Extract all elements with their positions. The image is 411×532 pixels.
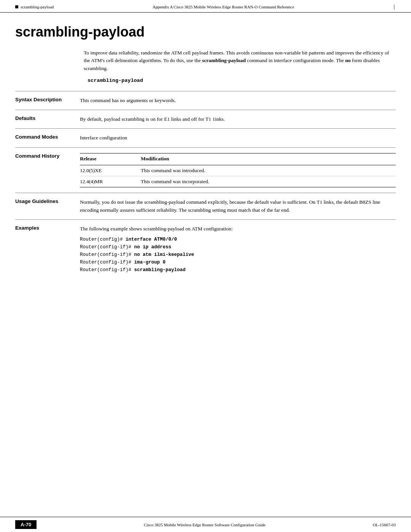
- defaults-row: Defaults By default, payload scrambling …: [15, 110, 396, 128]
- table-row: 12.4(4)MRThis command was incorporated.: [80, 176, 396, 187]
- syntax-description-label: Syntax Description: [15, 97, 80, 102]
- history-table: Release Modification 12.0(5)XEThis comma…: [80, 153, 396, 188]
- intro-section: To improve data reliability, randomize t…: [84, 49, 396, 83]
- modification-cell: This command was introduced.: [141, 165, 396, 176]
- code-line: Router(config-if)# ima-group 0: [80, 259, 396, 266]
- col-header-modification: Modification: [141, 153, 396, 165]
- modification-cell: This command was incorporated.: [141, 176, 396, 187]
- examples-row: Examples The following example shows scr…: [15, 219, 396, 279]
- examples-intro: The following example shows scrambling-p…: [80, 225, 396, 233]
- command-modes-label: Command Modes: [15, 134, 80, 140]
- usage-guidelines-label: Usage Guidelines: [15, 198, 80, 204]
- header-center: Appendix A Cisco 3825 Mobile Wireless Ed…: [153, 5, 294, 9]
- command-modes-row: Command Modes Interface configuration: [15, 128, 396, 147]
- page-header: scrambling-payload Appendix A Cisco 3825…: [0, 0, 411, 13]
- examples-label: Examples: [15, 225, 80, 231]
- table-row: 12.0(5)XEThis command was introduced.: [80, 165, 396, 176]
- page-content: scrambling-payload To improve data relia…: [0, 13, 411, 302]
- code-line: Router(config-if)# scrambling-payload: [80, 266, 396, 274]
- footer-center-text: Cisco 3825 Mobile Wireless Edge Router S…: [144, 522, 266, 527]
- header-breadcrumb: scrambling-payload: [21, 5, 54, 9]
- command-history-content: Release Modification 12.0(5)XEThis comma…: [80, 153, 396, 188]
- release-cell: 12.4(4)MR: [80, 176, 141, 187]
- code-line: Router(config-if)# no ip address: [80, 243, 396, 251]
- page-title: scrambling-payload: [15, 24, 396, 40]
- defaults-content: By default, payload scrambling is on for…: [80, 115, 396, 123]
- footer-right-text: OL-15667-03: [373, 522, 396, 527]
- command-history-label: Command History: [15, 153, 80, 159]
- usage-guidelines-content: Normally, you do not issue the scramblin…: [80, 198, 396, 214]
- release-cell: 12.0(5)XE: [80, 165, 141, 176]
- usage-guidelines-row: Usage Guidelines Normally, you do not is…: [15, 193, 396, 219]
- col-header-release: Release: [80, 153, 141, 165]
- intro-paragraph: To improve data reliability, randomize t…: [84, 49, 396, 72]
- code-line: Router(config-if)# no atm ilmi-keepalive: [80, 251, 396, 259]
- syntax-description-row: Syntax Description This command has no a…: [15, 91, 396, 110]
- header-left: scrambling-payload: [15, 5, 54, 9]
- footer-page-number: A-70: [15, 520, 37, 529]
- code-line: Router(config)# interface ATM0/0/0: [80, 236, 396, 243]
- code-block: Router(config)# interface ATM0/0/0Router…: [80, 236, 396, 274]
- syntax-description-content: This command has no arguments or keyword…: [80, 97, 396, 104]
- defaults-label: Defaults: [15, 115, 80, 121]
- command-history-row: Command History Release Modification 12.…: [15, 147, 396, 193]
- examples-content: The following example shows scrambling-p…: [80, 225, 396, 274]
- command-modes-content: Interface configuration: [80, 134, 396, 142]
- command-syntax-display: scrambling-payload: [88, 78, 396, 83]
- header-icon: [15, 5, 18, 8]
- page-footer: A-70 Cisco 3825 Mobile Wireless Edge Rou…: [0, 517, 411, 532]
- header-right: │: [393, 5, 396, 9]
